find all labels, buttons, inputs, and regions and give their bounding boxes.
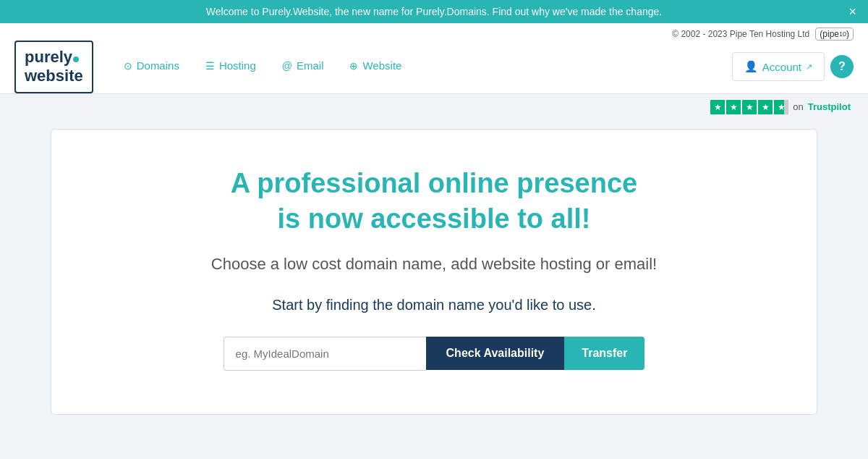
hero-title-line2: is now accessible to all!: [278, 203, 591, 234]
pipe-label: pipe: [822, 29, 839, 39]
hero-title: A professional online presence is now ac…: [80, 166, 788, 237]
check-availability-button[interactable]: Check Availability: [426, 337, 565, 370]
domains-icon: ⊙: [124, 60, 132, 72]
copyright-text: © 2002 - 2023 Pipe Ten Hosting Ltd: [672, 29, 809, 39]
main-content: A professional online presence is now ac…: [36, 117, 832, 429]
star-4: ★: [758, 100, 773, 114]
help-button[interactable]: ?: [830, 55, 854, 78]
account-button[interactable]: 👤 Account ↗: [732, 52, 825, 81]
nav-label-email: Email: [297, 59, 324, 72]
header: © 2002 - 2023 Pipe Ten Hosting Ltd (pipe…: [0, 23, 868, 94]
hero-title-line1: A professional online presence: [231, 168, 637, 198]
logo-text: purely website: [25, 48, 83, 86]
trustpilot-brand: Trustpilot: [808, 101, 851, 112]
nav-item-hosting[interactable]: ☰ Hosting: [192, 51, 269, 83]
hero-cta-text: Start by finding the domain name you'd l…: [80, 297, 788, 313]
announcement-banner: Welcome to Purely.Website, the new name …: [0, 0, 868, 23]
pipe-badge: (pipe10): [815, 28, 854, 41]
logo[interactable]: purely website: [14, 41, 93, 93]
nav-item-domains[interactable]: ⊙ Domains: [111, 51, 192, 83]
account-icon: 👤: [744, 60, 758, 73]
trustpilot-stars: ★ ★ ★ ★ ★: [710, 100, 788, 114]
domain-search-row: Check Availability Transfer: [80, 337, 788, 371]
star-5: ★: [774, 100, 788, 114]
banner-text: Welcome to Purely.Website, the new name …: [206, 6, 662, 17]
star-2: ★: [726, 100, 741, 114]
header-nav: purely website ⊙ Domains ☰ Hosting @ Ema…: [0, 41, 868, 93]
star-1: ★: [710, 100, 725, 114]
trustpilot-widget: ★ ★ ★ ★ ★ on Trustpilot: [710, 100, 851, 114]
nav-item-email[interactable]: @ Email: [269, 51, 337, 83]
domain-search-input[interactable]: [224, 337, 426, 371]
transfer-button[interactable]: Transfer: [564, 337, 644, 370]
close-banner-button[interactable]: ×: [848, 4, 856, 20]
nav-item-website[interactable]: ⊕ Website: [336, 51, 414, 83]
external-link-icon: ↗: [806, 62, 812, 72]
trustpilot-on-label: on: [793, 101, 803, 112]
hero-subtitle: Choose a low cost domain name, add websi…: [80, 255, 788, 274]
hero-card: A professional online presence is now ac…: [51, 129, 817, 415]
pipe-super: 10: [839, 30, 846, 38]
hosting-icon: ☰: [205, 60, 215, 72]
header-top: © 2002 - 2023 Pipe Ten Hosting Ltd (pipe…: [0, 23, 868, 41]
account-label: Account: [762, 61, 801, 73]
nav-label-domains: Domains: [137, 59, 179, 72]
nav-label-website: Website: [362, 59, 401, 72]
website-icon: ⊕: [349, 60, 358, 72]
nav-menu: ⊙ Domains ☰ Hosting @ Email ⊕ Website: [111, 51, 732, 83]
nav-right: 👤 Account ↗ ?: [732, 52, 854, 81]
logo-dot: [73, 56, 79, 62]
trustpilot-row: ★ ★ ★ ★ ★ on Trustpilot: [0, 94, 868, 117]
email-icon: @: [282, 60, 292, 72]
nav-label-hosting: Hosting: [219, 59, 256, 72]
star-3: ★: [742, 100, 757, 114]
